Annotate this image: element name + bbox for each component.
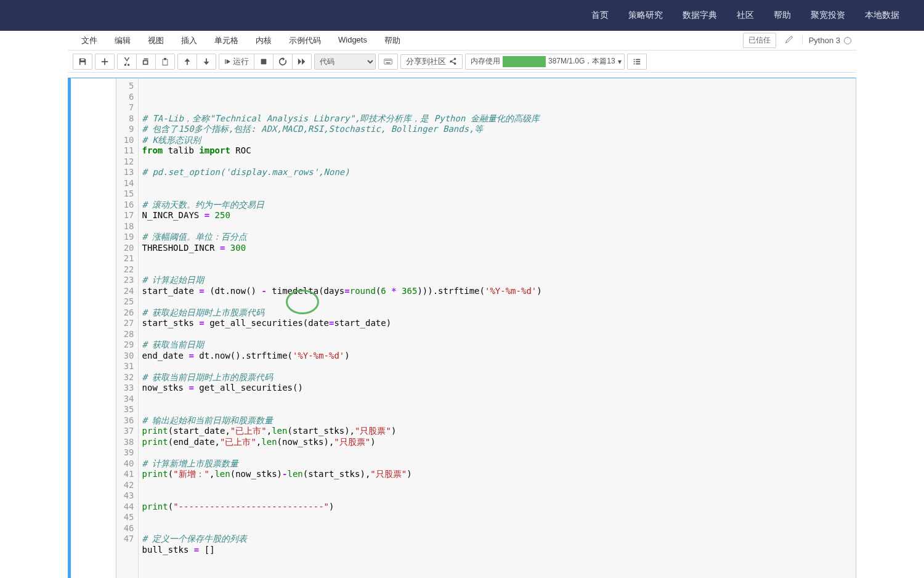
chevron-down-icon: ▾ [618,57,622,66]
line-gutter: 5678910111213141516171819202122232425262… [116,78,139,578]
save-icon[interactable] [73,54,92,69]
menu-item[interactable]: 视图 [139,31,172,50]
top-nav: 首页策略研究数据字典社区帮助聚宽投资本地数据 [0,0,924,31]
copy-icon[interactable] [137,54,156,69]
memory-text: 387M/1.0G，本篇13 [548,56,615,67]
toolbar: 运行 代码 分享到社区 内存使用 387M/1.0G，本篇13 ▾ [68,51,856,73]
nav-link[interactable]: 聚宽投资 [811,10,845,21]
paste-icon[interactable] [156,54,174,69]
prompt-area [71,78,116,578]
menu-item[interactable]: 帮助 [376,31,409,50]
code-cell[interactable]: 5678910111213141516171819202122232425262… [68,78,856,578]
menu-item[interactable]: 文件 [73,31,106,50]
keyboard-icon[interactable] [379,54,397,69]
kernel-idle-icon [844,37,851,44]
notebook-area: 5678910111213141516171819202122232425262… [0,73,924,578]
run-all-icon[interactable] [293,54,311,69]
menubar-menus: 文件编辑视图插入单元格内核示例代码Widgets帮助 [73,31,409,50]
menu-item[interactable]: Widgets [330,31,376,50]
nav-link[interactable]: 策略研究 [628,10,663,21]
list-icon[interactable] [628,54,646,69]
svg-rect-5 [389,60,389,60]
svg-rect-0 [261,59,267,64]
restart-icon[interactable] [274,54,293,69]
stop-icon[interactable] [254,54,274,69]
trusted-badge[interactable]: 已信任 [743,33,776,48]
menu-item[interactable]: 编辑 [106,31,139,50]
kernel-indicator: Python 3 [802,36,851,45]
memory-indicator[interactable]: 内存使用 387M/1.0G，本篇13 ▾ [465,54,625,70]
input-area: 5678910111213141516171819202122232425262… [116,78,856,578]
edit-icon[interactable] [781,35,797,46]
share-button[interactable]: 分享到社区 [400,54,463,69]
nav-link[interactable]: 首页 [591,10,609,21]
menu-item[interactable]: 单元格 [206,31,247,50]
svg-rect-7 [386,62,391,63]
memory-bar [503,56,546,67]
svg-rect-6 [391,60,391,60]
memory-label: 内存使用 [471,56,500,67]
menu-item[interactable]: 内核 [247,31,280,50]
run-button[interactable]: 运行 [219,54,254,69]
move-down-icon[interactable] [197,54,216,69]
code-editor[interactable]: # TA-Lib，全称"Technical Analysis Library",… [139,78,856,578]
nav-link[interactable]: 帮助 [774,10,791,21]
svg-rect-1 [384,59,392,63]
add-cell-icon[interactable] [95,54,114,69]
nav-link[interactable]: 社区 [737,10,754,21]
move-up-icon[interactable] [178,54,197,69]
menu-item[interactable]: 示例代码 [280,31,330,50]
svg-rect-3 [386,60,387,60]
svg-rect-4 [387,60,388,60]
menu-item[interactable]: 插入 [172,31,206,50]
run-label: 运行 [233,56,249,67]
celltype-select[interactable]: 代码 [314,54,376,70]
menubar: 文件编辑视图插入单元格内核示例代码Widgets帮助 已信任 Python 3 [68,31,856,51]
nav-link[interactable]: 本地数据 [865,10,899,21]
share-label: 分享到社区 [406,56,446,67]
cut-icon[interactable] [118,54,137,69]
kernel-name: Python 3 [809,36,840,45]
svg-rect-2 [385,60,386,60]
nav-link[interactable]: 数据字典 [683,10,717,21]
